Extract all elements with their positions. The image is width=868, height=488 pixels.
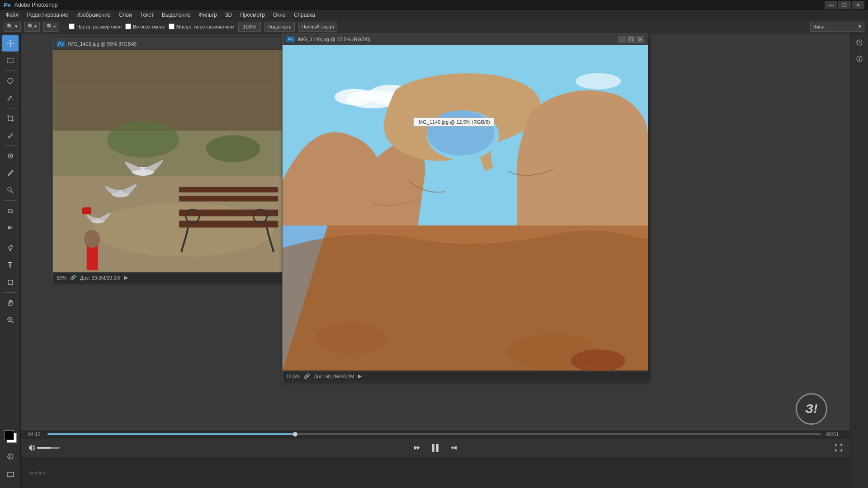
progress-track[interactable] <box>47 433 821 435</box>
volume-area <box>28 444 60 451</box>
zoom-icon <box>6 316 14 324</box>
win2-statusbar: 12,5% 🔗 Доc: 60,2М/60,2М ▶ <box>283 371 648 381</box>
heal-tool[interactable] <box>2 148 19 164</box>
win2-share-icon: 🔗 <box>304 373 310 379</box>
panel-info[interactable] <box>852 52 867 66</box>
progress-handle[interactable] <box>293 432 297 436</box>
custom-size-checkbox[interactable]: Настр. размер окон <box>69 23 122 29</box>
menu-layers[interactable]: Слои <box>115 10 136 20</box>
win2-titlebar[interactable]: Ps IMG_1140.jpg @ 12,5% (RGB/8) — ❐ ✕ <box>283 34 648 45</box>
menu-edit[interactable]: Редактирование <box>24 10 72 20</box>
svg-rect-0 <box>8 58 13 63</box>
svg-rect-8 <box>8 280 13 285</box>
title-bar-controls: — ❐ ✕ <box>825 1 864 9</box>
marquee-tool[interactable] <box>2 52 19 69</box>
win2-title: IMG_1140.jpg @ 12,5% (RGB/8) <box>297 37 370 42</box>
app-icon: Ps <box>4 2 11 9</box>
progress-bar-area: 04:12 -08:51 <box>21 430 850 439</box>
win1-canvas <box>53 49 313 272</box>
win2-more-btn[interactable]: ▶ <box>358 373 362 379</box>
forward-btn[interactable] <box>449 443 458 452</box>
custom-size-input[interactable] <box>69 23 75 29</box>
timeline-hint: Timeline <box>28 470 47 475</box>
expand-btn[interactable] <box>835 444 843 452</box>
zoom-out-btn[interactable]: 🔍− <box>43 22 59 32</box>
menu-image[interactable]: Изображение <box>73 10 114 20</box>
foreground-color[interactable] <box>4 430 17 443</box>
menu-help[interactable]: Справка <box>290 10 319 20</box>
maximize-button[interactable]: ❐ <box>838 1 851 9</box>
red-accent <box>82 207 91 214</box>
fullscreen-btn[interactable]: Полный экран <box>298 22 337 32</box>
quick-mask-tool[interactable] <box>2 448 19 465</box>
title-bar: Ps Adobe Photoshop — ❐ ✕ <box>0 0 868 10</box>
zoom-tool[interactable] <box>2 312 19 328</box>
win2-max[interactable]: ❐ <box>627 36 635 43</box>
drag-zoom-checkbox[interactable]: Масшт. перетаскиванием <box>169 23 235 29</box>
lasso-icon <box>6 77 14 85</box>
eyedropper-tool[interactable] <box>2 127 19 144</box>
menu-3d[interactable]: 3D <box>222 10 236 20</box>
win1-titlebar[interactable]: Ps IMG_1402.jpg @ 50% (RGB/8) — ❐ ✕ <box>53 38 313 49</box>
drag-zoom-label: Масшт. перетаскиванием <box>176 24 235 29</box>
watermark-text: З! <box>805 402 817 416</box>
zoom-tool-btn[interactable]: 🔍 ▾ <box>4 22 21 32</box>
win1-zoom: 50% <box>57 275 66 281</box>
win2-close[interactable]: ✕ <box>636 36 644 43</box>
screen-mode-tool[interactable] <box>2 466 19 483</box>
win2-min[interactable]: — <box>618 36 626 43</box>
play-pause-btn[interactable] <box>429 441 442 454</box>
volume-btn[interactable] <box>28 444 35 451</box>
user-dropdown[interactable]: Зина ▾ <box>810 22 864 32</box>
menu-file[interactable]: Файл <box>2 10 23 20</box>
magic-wand-tool[interactable] <box>2 90 19 106</box>
separator3 <box>4 145 17 146</box>
pen-tool[interactable] <box>2 240 19 256</box>
crop-tool[interactable] <box>2 110 19 127</box>
drag-zoom-input[interactable] <box>169 23 175 29</box>
stamp-tool[interactable] <box>2 182 19 198</box>
hand-icon <box>6 299 14 307</box>
fit-btn[interactable]: Подогнать <box>264 22 295 32</box>
crop-icon <box>6 114 14 122</box>
gradient-icon <box>6 224 14 232</box>
gradient-tool[interactable] <box>2 220 19 236</box>
text-tool[interactable]: T <box>2 257 19 273</box>
close-button[interactable]: ✕ <box>852 1 864 9</box>
stamp-icon <box>6 186 14 194</box>
menu-text[interactable]: Текст <box>137 10 157 20</box>
shape-tool[interactable] <box>2 274 19 291</box>
lasso-tool[interactable] <box>2 73 19 89</box>
win1-share-icon: 🔗 <box>70 275 76 281</box>
panel-history[interactable] <box>852 35 867 50</box>
zoom-tool-arrow: ▾ <box>15 23 18 29</box>
heal-icon <box>6 152 14 160</box>
volume-icon <box>28 444 35 451</box>
eraser-icon <box>6 206 14 215</box>
menu-filter[interactable]: Фильтр <box>195 10 221 20</box>
svg-rect-15 <box>53 50 313 131</box>
minimize-button[interactable]: — <box>825 1 837 9</box>
rewind-btn[interactable] <box>413 443 422 452</box>
all-windows-checkbox[interactable]: Во всех окнах <box>125 23 165 29</box>
move-tool[interactable] <box>2 35 19 52</box>
menu-window[interactable]: Окно <box>269 10 289 20</box>
dropdown-arrow: ▾ <box>859 23 861 29</box>
pen-icon <box>6 244 14 252</box>
menu-select[interactable]: Выделение <box>158 10 194 20</box>
svg-point-35 <box>576 73 621 89</box>
all-windows-input[interactable] <box>125 23 131 29</box>
volume-slider[interactable] <box>37 447 60 449</box>
eraser-tool[interactable] <box>2 202 19 219</box>
win2-docsize: Доc: 60,2М/60,2М <box>314 374 354 379</box>
title-bar-title: Adobe Photoshop <box>14 2 57 8</box>
hand-tool[interactable] <box>2 295 19 311</box>
svg-point-3 <box>8 175 9 176</box>
svg-point-17 <box>206 135 260 162</box>
window-2: Ps IMG_1140.jpg @ 12,5% (RGB/8) — ❐ ✕ <box>282 33 648 381</box>
zoom-in-btn[interactable]: 🔍+ <box>24 22 40 32</box>
menu-view[interactable]: Просмотр <box>236 10 269 20</box>
brush-tool[interactable] <box>2 165 19 181</box>
win1-more-btn[interactable]: ▶ <box>124 275 128 281</box>
forward-icon <box>449 443 458 452</box>
